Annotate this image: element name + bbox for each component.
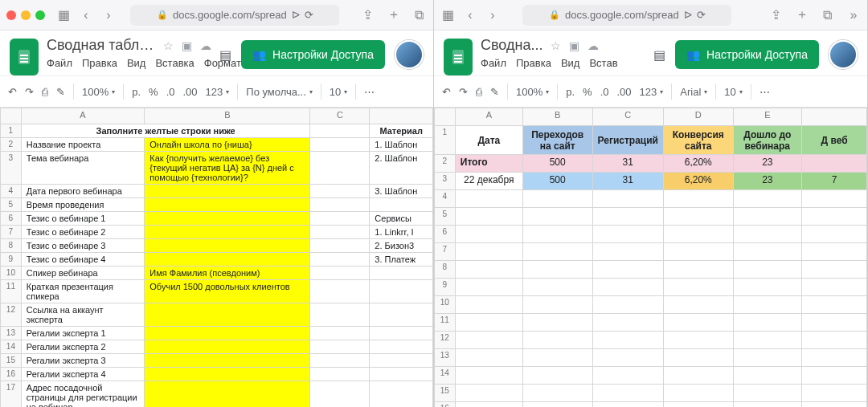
col-header[interactable]: B <box>145 108 310 124</box>
cell[interactable]: 1. Шаблон <box>370 138 433 152</box>
cell[interactable] <box>310 226 370 239</box>
cell[interactable] <box>802 385 867 402</box>
spreadsheet-grid[interactable]: ABC1Заполните желтые строки нижеМатериал… <box>0 108 433 407</box>
cell[interactable]: 23 <box>733 155 802 173</box>
cell[interactable]: 2. Шаблон <box>370 152 433 185</box>
cell[interactable]: 7 <box>802 173 867 190</box>
cell[interactable]: Регалии эксперта 1 <box>21 327 144 340</box>
cell[interactable]: Регистраций <box>592 126 663 155</box>
star-icon[interactable]: ☆ <box>163 39 174 52</box>
cell[interactable] <box>455 208 522 226</box>
row-header[interactable]: 9 <box>1 253 22 267</box>
menu-insert[interactable]: Встав <box>589 57 617 69</box>
cell[interactable]: Итого <box>455 155 522 173</box>
cell[interactable] <box>664 314 734 332</box>
cell[interactable] <box>664 385 734 402</box>
cell[interactable] <box>664 190 734 208</box>
forward-icon[interactable]: › <box>485 8 500 22</box>
cell[interactable]: 3. Шаблон <box>370 185 433 198</box>
cell[interactable] <box>664 402 734 408</box>
cell[interactable] <box>522 385 592 402</box>
cell[interactable] <box>664 243 734 261</box>
cell[interactable] <box>733 243 802 261</box>
col-header[interactable]: C <box>592 108 663 126</box>
cell[interactable]: Дата <box>455 126 522 155</box>
cell[interactable] <box>310 124 370 138</box>
paint-format-icon[interactable]: ✎ <box>56 86 65 98</box>
cell[interactable]: 31 <box>592 155 663 173</box>
cell[interactable] <box>802 226 867 243</box>
cell[interactable] <box>522 402 592 408</box>
user-avatar[interactable] <box>395 40 424 69</box>
currency-icon[interactable]: р. <box>132 86 141 98</box>
row-header[interactable]: 16 <box>1 368 22 381</box>
cell[interactable] <box>310 198 370 212</box>
row-header[interactable]: 13 <box>1 327 22 340</box>
col-header[interactable]: A <box>21 108 144 124</box>
cell[interactable]: Регалии эксперта 3 <box>21 354 144 368</box>
font-select[interactable]: По умолча...▾ <box>246 86 313 98</box>
row-header[interactable]: 8 <box>435 261 456 279</box>
cell[interactable] <box>310 267 370 280</box>
redo-icon[interactable]: ↷ <box>459 86 468 98</box>
cell[interactable] <box>802 349 867 367</box>
cell[interactable] <box>145 303 310 327</box>
cell[interactable]: 23 <box>733 173 802 190</box>
row-header[interactable]: 7 <box>435 243 456 261</box>
font-size-select[interactable]: 10▾ <box>330 86 347 98</box>
cell[interactable] <box>733 402 802 408</box>
cell[interactable] <box>664 208 734 226</box>
cell[interactable] <box>455 349 522 367</box>
cell[interactable] <box>733 349 802 367</box>
reader-icon[interactable]: ᐅ <box>292 9 300 21</box>
url-bar[interactable]: 🔒 docs.google.com/spread ᐅ ⟳ <box>522 5 731 26</box>
row-header[interactable]: 2 <box>1 138 22 152</box>
cell[interactable] <box>733 332 802 349</box>
menu-view[interactable]: Вид <box>561 57 580 69</box>
cell[interactable] <box>145 226 310 239</box>
cell[interactable] <box>802 155 867 173</box>
cell[interactable] <box>664 279 734 296</box>
row-header[interactable]: 1 <box>1 124 22 138</box>
format-select[interactable]: 123▾ <box>640 86 664 98</box>
col-header[interactable]: D <box>664 108 734 126</box>
cell[interactable] <box>733 296 802 314</box>
cell[interactable] <box>664 367 734 385</box>
cell[interactable] <box>592 243 663 261</box>
cell[interactable] <box>310 381 370 408</box>
row-header[interactable]: 12 <box>1 303 22 327</box>
menu-file[interactable]: Файл <box>481 57 506 69</box>
cell[interactable]: Ссылка на аккаунт эксперта <box>21 303 144 327</box>
cell[interactable] <box>455 402 522 408</box>
cell[interactable] <box>370 267 433 280</box>
comments-icon[interactable]: ▤ <box>653 47 665 63</box>
share-icon[interactable]: ⇪ <box>361 8 375 22</box>
cell[interactable]: Онлайн школа по {ниша} <box>145 138 310 152</box>
undo-icon[interactable]: ↶ <box>442 86 451 98</box>
row-header[interactable]: 5 <box>1 198 22 212</box>
col-header[interactable]: B <box>522 108 592 126</box>
cell[interactable] <box>455 243 522 261</box>
reader-icon[interactable]: ᐅ <box>684 9 692 21</box>
row-header[interactable]: 15 <box>1 354 22 368</box>
cell[interactable]: Имя Фамилия (псевдоним) <box>145 267 310 280</box>
cell[interactable] <box>455 261 522 279</box>
share-icon[interactable]: ⇪ <box>769 8 784 22</box>
cell[interactable] <box>310 280 370 303</box>
cell[interactable] <box>802 208 867 226</box>
back-icon[interactable]: ‹ <box>463 8 477 22</box>
cell[interactable]: Сервисы <box>370 212 433 226</box>
cell[interactable] <box>664 261 734 279</box>
cell[interactable] <box>664 332 734 349</box>
cell[interactable]: Переходов на сайт <box>522 126 592 155</box>
col-header[interactable]: C <box>310 108 370 124</box>
cell[interactable] <box>802 367 867 385</box>
cell[interactable] <box>455 314 522 332</box>
cell[interactable]: Адрес посадочной страницы для регистраци… <box>21 381 144 408</box>
row-header[interactable]: 9 <box>435 279 456 296</box>
cell[interactable]: 2. Бизон3 <box>370 239 433 253</box>
share-button[interactable]: 👥 Настройки Доступа <box>241 40 385 69</box>
cell[interactable] <box>733 314 802 332</box>
forward-icon[interactable]: › <box>101 8 116 22</box>
cell[interactable] <box>370 381 433 408</box>
